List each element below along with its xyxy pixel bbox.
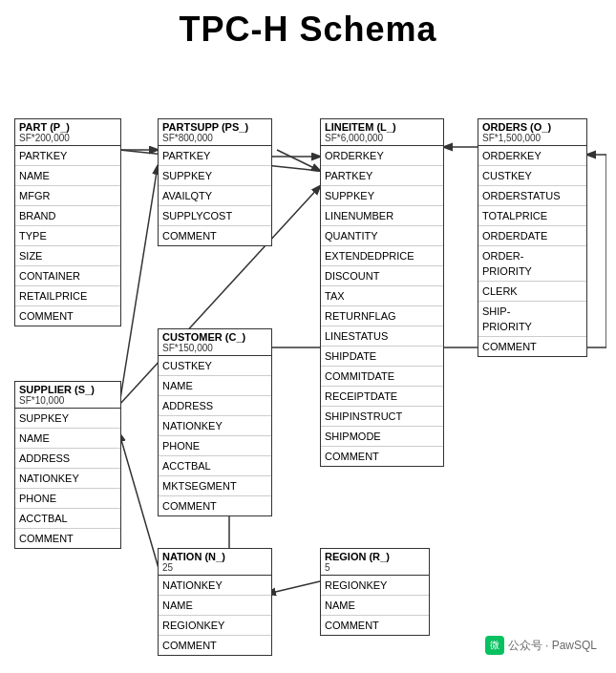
table-row: COMMENT <box>15 306 120 326</box>
table-row: NAME <box>159 376 271 396</box>
svg-line-11 <box>119 433 162 581</box>
page-title: TPC-H Schema <box>10 10 606 50</box>
table-row: COMMENT <box>159 636 271 655</box>
table-row: SHIP-PRIORITY <box>478 302 586 337</box>
table-row: DISCOUNT <box>321 266 443 286</box>
table-row: ADDRESS <box>15 449 120 469</box>
table-row: LINESTATUS <box>321 326 443 347</box>
table-row: CONTAINER <box>15 266 120 286</box>
table-row: AVAILQTY <box>159 186 271 206</box>
table-row: TOTALPRICE <box>478 206 586 226</box>
table-row: CLERK <box>478 282 586 302</box>
svg-line-2 <box>277 150 320 171</box>
table-row: ORDERDATE <box>478 226 586 246</box>
table-row: NAME <box>15 166 120 186</box>
orders-table-header: ORDERS (O_) SF*1,500,000 <box>478 119 586 146</box>
table-row: MFGR <box>15 186 120 206</box>
part-table: PART (P_) SF*200,000 PARTKEY NAME MFGR B… <box>14 118 121 326</box>
table-row: SUPPKEY <box>321 186 443 206</box>
table-row: REGIONKEY <box>159 616 271 636</box>
table-row: PHONE <box>15 489 120 509</box>
partsupp-table-header: PARTSUPP (PS_) SF*800,000 <box>159 119 271 146</box>
lineitem-table-header: LINEITEM (L_) SF*6,000,000 <box>321 119 443 146</box>
table-row: COMMITDATE <box>321 367 443 387</box>
table-row: REGIONKEY <box>321 576 429 596</box>
nation-table: NATION (N_) 25 NATIONKEY NAME REGIONKEY … <box>158 548 272 656</box>
nation-table-header: NATION (N_) 25 <box>159 549 271 576</box>
svg-line-12 <box>267 581 320 594</box>
lineitem-table: LINEITEM (L_) SF*6,000,000 ORDERKEY PART… <box>320 118 444 467</box>
schema-diagram: PART (P_) SF*200,000 PARTKEY NAME MFGR B… <box>10 61 606 662</box>
table-row: LINENUMBER <box>321 206 443 226</box>
table-row: RECEIPTDATE <box>321 387 443 407</box>
table-row: TAX <box>321 286 443 306</box>
customer-table: CUSTOMER (C_) SF*150,000 CUSTKEY NAME AD… <box>158 328 272 516</box>
table-row: NATIONKEY <box>159 416 271 436</box>
page: TPC-H Schema <box>0 0 616 673</box>
table-row: ORDERKEY <box>321 146 443 166</box>
table-row: SHIPDATE <box>321 347 443 367</box>
table-row: SHIPMODE <box>321 427 443 447</box>
part-table-header: PART (P_) SF*200,000 <box>15 119 120 146</box>
table-row: COMMENT <box>15 529 120 548</box>
table-row: NAME <box>159 596 271 616</box>
table-row: RETURNFLAG <box>321 306 443 326</box>
table-row: COMMENT <box>478 337 586 356</box>
table-row: CUSTKEY <box>478 166 586 186</box>
table-row: SUPPKEY <box>159 166 271 186</box>
table-row: RETAILPRICE <box>15 286 120 306</box>
supplier-table-header: SUPPLIER (S_) SF*10,000 <box>15 382 120 409</box>
table-row: CUSTKEY <box>159 356 271 376</box>
orders-table: ORDERS (O_) SF*1,500,000 ORDERKEY CUSTKE… <box>478 118 587 357</box>
table-row: SHIPINSTRUCT <box>321 407 443 427</box>
wechat-icon: 微 <box>485 636 504 655</box>
watermark: 微 公众号 · PawSQL <box>485 636 597 655</box>
table-row: ACCTBAL <box>15 509 120 529</box>
table-row: NAME <box>15 429 120 449</box>
table-row: SUPPKEY <box>15 409 120 429</box>
table-row: COMMENT <box>159 496 271 515</box>
table-row: COMMENT <box>159 226 271 245</box>
table-row: NATIONKEY <box>15 469 120 489</box>
table-row: PARTKEY <box>159 146 271 166</box>
table-row: COMMENT <box>321 447 443 466</box>
table-row: COMMENT <box>321 616 429 635</box>
table-row: MKTSEGMENT <box>159 476 271 496</box>
table-row: PHONE <box>159 436 271 456</box>
table-row: SUPPLYCOST <box>159 206 271 226</box>
table-row: ORDERSTATUS <box>478 186 586 206</box>
region-table-header: REGION (R_) 5 <box>321 549 429 576</box>
table-row: ORDERKEY <box>478 146 586 166</box>
svg-line-3 <box>119 166 158 405</box>
table-row: QUANTITY <box>321 226 443 246</box>
table-row: TYPE <box>15 226 120 246</box>
table-row: PARTKEY <box>15 146 120 166</box>
table-row: ACCTBAL <box>159 456 271 476</box>
customer-table-header: CUSTOMER (C_) SF*150,000 <box>159 329 271 356</box>
table-row: NATIONKEY <box>159 576 271 596</box>
supplier-table: SUPPLIER (S_) SF*10,000 SUPPKEY NAME ADD… <box>14 381 121 549</box>
table-row: NAME <box>321 596 429 616</box>
table-row: SIZE <box>15 246 120 266</box>
table-row: EXTENDEDPRICE <box>321 246 443 266</box>
table-row: BRAND <box>15 206 120 226</box>
partsupp-table: PARTSUPP (PS_) SF*800,000 PARTKEY SUPPKE… <box>158 118 272 246</box>
table-row: ADDRESS <box>159 396 271 416</box>
table-row: ORDER-PRIORITY <box>478 246 586 282</box>
region-table: REGION (R_) 5 REGIONKEY NAME COMMENT <box>320 548 430 636</box>
table-row: PARTKEY <box>321 166 443 186</box>
